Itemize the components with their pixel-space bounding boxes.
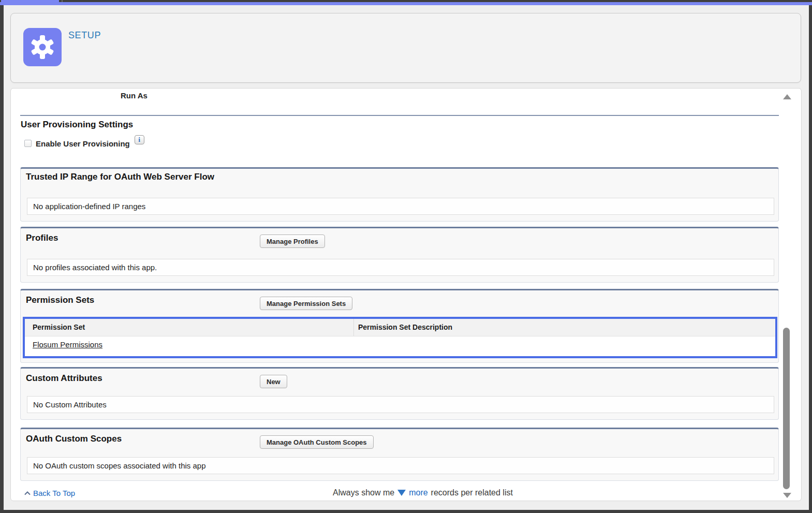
back-to-top[interactable]: Back To Top (24, 489, 75, 497)
run-as-label: Run As (121, 91, 147, 100)
new-button[interactable]: New (260, 375, 287, 388)
custom-attributes-title: Custom Attributes (26, 372, 102, 384)
permission-sets-title: Permission Sets (26, 294, 94, 306)
trusted-ip-range-title: Trusted IP Range for OAuth Web Server Fl… (26, 171, 243, 183)
page-background: SETUP Run As User Provisioning Settings … (4, 5, 809, 510)
setup-gear-tile (23, 28, 62, 66)
trusted-ip-range-section: Trusted IP Range for OAuth Web Server Fl… (20, 167, 779, 222)
scroll-up-arrow[interactable] (783, 94, 791, 99)
enable-user-provisioning-label: Enable User Provisioning (36, 139, 130, 148)
user-provisioning-settings-title: User Provisioning Settings (21, 120, 133, 130)
custom-attributes-empty-message: No Custom Attributes (27, 396, 774, 413)
profiles-empty-message: No profiles associated with this app. (27, 259, 774, 276)
records-suffix: records per related list (431, 488, 513, 497)
column-header-permission-set-description: Permission Set Description (354, 319, 452, 336)
manage-permission-sets-button[interactable]: Manage Permission Sets (260, 297, 352, 310)
permission-sets-table-highlight: Permission Set Permission Set Descriptio… (23, 317, 777, 358)
top-accent-bar (0, 2, 812, 5)
chevron-up-icon (24, 491, 31, 495)
triangle-down-icon[interactable] (397, 490, 406, 496)
profiles-title: Profiles (26, 232, 58, 244)
records-prefix: Always show me (333, 488, 394, 497)
records-per-list-control: Always show me more records per related … (333, 488, 513, 497)
section-divider (20, 115, 779, 116)
back-to-top-link[interactable]: Back To Top (33, 489, 75, 497)
manage-oauth-custom-scopes-button[interactable]: Manage OAuth Custom Scopes (260, 435, 374, 449)
oauth-custom-scopes-empty-message: No OAuth custom scopes associated with t… (27, 457, 774, 474)
table-row: Flosum Permissions (25, 336, 775, 354)
scrollbar-thumb[interactable] (783, 328, 790, 489)
permission-sets-table-header: Permission Set Permission Set Descriptio… (25, 319, 775, 336)
info-icon[interactable]: i (135, 135, 144, 144)
manage-profiles-button[interactable]: Manage Profiles (260, 234, 325, 248)
setup-header-card: SETUP (10, 13, 801, 83)
custom-attributes-section: Custom Attributes New No Custom Attribut… (20, 367, 779, 420)
column-header-permission-set: Permission Set (25, 319, 354, 336)
trusted-ip-range-empty-message: No application-defined IP ranges (27, 198, 774, 215)
flosum-permissions-link[interactable]: Flosum Permissions (33, 340, 102, 349)
page-title: SETUP (68, 30, 101, 41)
profiles-section: Profiles Manage Profiles No profiles ass… (20, 227, 779, 283)
enable-user-provisioning-checkbox[interactable] (24, 140, 32, 147)
oauth-custom-scopes-title: OAuth Custom Scopes (26, 433, 122, 445)
permission-sets-section: Permission Sets Manage Permission Sets P… (20, 289, 779, 363)
scroll-down-arrow[interactable] (783, 493, 791, 498)
enable-user-provisioning-row: Enable User Provisioning i (24, 139, 144, 148)
oauth-custom-scopes-section: OAuth Custom Scopes Manage OAuth Custom … (20, 428, 779, 481)
more-link[interactable]: more (409, 488, 427, 497)
gear-icon (30, 35, 55, 60)
main-content-panel: Run As User Provisioning Settings Enable… (10, 88, 802, 501)
